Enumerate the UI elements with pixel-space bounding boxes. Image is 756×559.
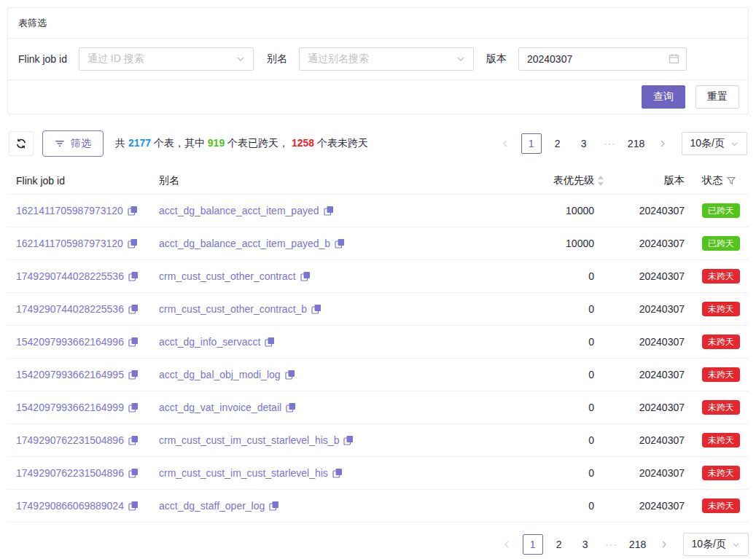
copy-icon[interactable] <box>324 206 334 216</box>
copy-icon[interactable] <box>128 206 138 216</box>
alias-link[interactable]: crm_cust_cust_im_cust_starlevel_his_b <box>159 434 339 446</box>
page-button-last[interactable]: 218 <box>628 534 648 555</box>
page-button-last[interactable]: 218 <box>626 133 647 154</box>
refresh-button[interactable] <box>9 131 34 156</box>
alias-link[interactable]: acct_dg_bal_obj_modi_log <box>159 369 281 380</box>
version-cell: 20240307 <box>615 270 685 282</box>
alias-link[interactable]: acct_dg_vat_invoice_detail <box>159 402 281 413</box>
priority-cell: 0 <box>518 270 594 282</box>
table-row: 1542097993662164999 acct_dg_vat_invoice_… <box>7 391 749 424</box>
table-header-row: Flink job id 别名 表优先级 版本 状态 <box>7 167 749 195</box>
alias-select[interactable]: 通过别名搜索 <box>299 47 474 71</box>
alias-link[interactable]: acct_dg_balance_acct_item_payed <box>159 205 319 216</box>
query-button[interactable]: 查询 <box>642 85 685 109</box>
page-ellipsis[interactable]: ··· <box>600 133 620 154</box>
version-cell: 20240307 <box>615 500 685 512</box>
flink-job-id-select[interactable]: 通过 ID 搜索 <box>79 47 254 71</box>
copy-icon[interactable] <box>128 501 139 511</box>
page-size-value: 10条/页 <box>692 538 726 551</box>
copy-icon[interactable] <box>286 402 296 413</box>
page-ellipsis[interactable]: ··· <box>601 534 622 555</box>
flink-job-id-link[interactable]: 1621411705987973120 <box>16 205 123 216</box>
table-row: 1749290762231504896 crm_cust_cust_im_cus… <box>7 457 749 490</box>
flink-job-id-link[interactable]: 1621411705987973120 <box>16 238 123 249</box>
filter-fields-row: Flink job id 通过 ID 搜索 别名 通过别名搜索 版本 <box>8 39 748 80</box>
table-row: 1749290744028225536 crm_cust_cust_other_… <box>7 293 749 326</box>
page-button-2[interactable]: 2 <box>547 133 568 154</box>
copy-icon[interactable] <box>332 468 343 478</box>
flink-job-id-link[interactable]: 1749290762231504896 <box>16 434 124 446</box>
flink-job-id-link[interactable]: 1749290866069889024 <box>16 500 124 512</box>
flink-job-id-link[interactable]: 1542097993662164996 <box>16 336 124 348</box>
copy-icon[interactable] <box>128 337 139 347</box>
prev-page-button[interactable] <box>495 133 515 154</box>
page-button-1[interactable]: 1 <box>521 133 542 154</box>
alias-label: 别名 <box>267 52 287 66</box>
copy-icon[interactable] <box>335 238 345 249</box>
status-badge: 未跨天 <box>702 433 740 447</box>
funnel-filter-icon[interactable] <box>727 176 736 185</box>
chevron-down-icon <box>456 55 465 63</box>
flink-job-id-link[interactable]: 1749290744028225536 <box>16 270 124 282</box>
header-priority: 表优先级 <box>518 174 594 187</box>
alias-link[interactable]: crm_cust_cust_other_contract_b <box>159 303 307 315</box>
version-cell: 20240307 <box>615 369 685 380</box>
flink-job-id-link[interactable]: 1749290744028225536 <box>16 303 124 315</box>
status-badge: 未跨天 <box>702 499 740 513</box>
copy-icon[interactable] <box>265 337 275 347</box>
alias-link[interactable]: crm_cust_cust_im_cust_starlevel_his <box>159 467 328 479</box>
version-label: 版本 <box>486 52 507 66</box>
flink-job-id-link[interactable]: 1542097993662164995 <box>16 369 124 380</box>
page-button-3[interactable]: 3 <box>574 133 594 154</box>
next-page-button[interactable] <box>654 534 674 555</box>
page-button-2[interactable]: 2 <box>549 534 569 555</box>
filter-toggle-button[interactable]: 筛选 <box>42 130 104 157</box>
header-status: 状态 <box>702 174 722 187</box>
top-pagination: 1 2 3 ··· 218 10条/页 <box>495 132 747 155</box>
status-badge: 未跨天 <box>702 302 740 316</box>
summary-crossed-count: 919 <box>208 137 225 149</box>
copy-icon[interactable] <box>128 370 139 380</box>
flink-job-id-label: Flink job id <box>18 53 67 65</box>
reset-button[interactable]: 重置 <box>695 85 739 109</box>
priority-cell: 0 <box>518 500 594 512</box>
status-badge: 未跨天 <box>702 269 740 284</box>
page-button-3[interactable]: 3 <box>575 534 596 555</box>
copy-icon[interactable] <box>285 370 295 380</box>
flink-job-id-link[interactable]: 1542097993662164999 <box>16 402 124 413</box>
alias-link[interactable]: acct_dg_balance_acct_item_payed_b <box>159 238 330 249</box>
prev-page-button[interactable] <box>496 534 517 555</box>
priority-cell: 10000 <box>518 205 594 216</box>
table-row: 1542097993662164995 acct_dg_bal_obj_modi… <box>7 359 749 391</box>
version-date-field <box>518 47 687 71</box>
copy-icon[interactable] <box>128 402 139 413</box>
status-badge: 未跨天 <box>702 335 740 349</box>
copy-icon[interactable] <box>311 304 322 314</box>
copy-icon[interactable] <box>128 304 139 314</box>
alias-link[interactable]: acct_dg_info_servacct <box>159 336 260 348</box>
chevron-down-icon <box>732 541 740 549</box>
alias-link[interactable]: crm_cust_cust_other_contract <box>159 270 296 282</box>
sort-icon[interactable] <box>597 175 604 187</box>
calendar-icon[interactable] <box>669 53 679 64</box>
version-cell: 20240307 <box>615 238 685 249</box>
page-button-1[interactable]: 1 <box>523 534 543 555</box>
copy-icon[interactable] <box>128 468 139 478</box>
copy-icon[interactable] <box>269 501 279 511</box>
page-size-select[interactable]: 10条/页 <box>682 132 747 155</box>
summary-text: 个表未跨天 <box>314 137 368 149</box>
next-page-button[interactable] <box>652 133 673 154</box>
copy-icon[interactable] <box>128 271 139 281</box>
copy-icon[interactable] <box>343 435 354 445</box>
page-size-select[interactable]: 10条/页 <box>683 533 749 556</box>
copy-icon[interactable] <box>128 238 138 249</box>
alias-link[interactable]: acct_dg_staff_oper_log <box>159 500 265 512</box>
header-flink-job-id: Flink job id <box>7 175 150 187</box>
table-row: 1749290866069889024 acct_dg_staff_oper_l… <box>7 490 749 523</box>
copy-icon[interactable] <box>128 435 139 445</box>
flink-job-id-link[interactable]: 1749290762231504896 <box>16 467 124 479</box>
version-date-input[interactable] <box>518 47 687 71</box>
version-cell: 20240307 <box>615 467 685 479</box>
priority-cell: 0 <box>518 434 594 446</box>
copy-icon[interactable] <box>300 271 311 281</box>
